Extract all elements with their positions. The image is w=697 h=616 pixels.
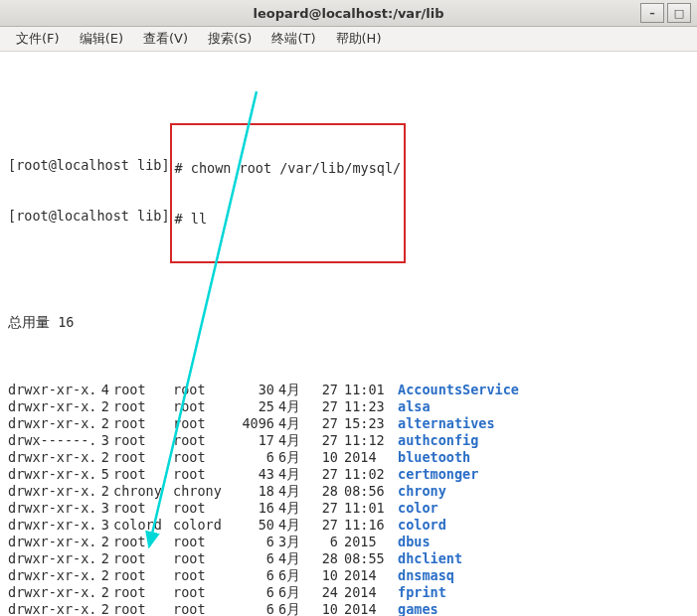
time: 11:01 bbox=[338, 500, 390, 517]
links: 2 bbox=[93, 584, 109, 601]
size: 6 bbox=[229, 584, 274, 601]
month: 4月 bbox=[274, 466, 312, 483]
perm: drwxr-xr-x. bbox=[8, 601, 93, 616]
maximize-button[interactable]: □ bbox=[667, 3, 691, 23]
fname-wrap: dhclient bbox=[390, 550, 462, 567]
perm: drwxr-xr-x. bbox=[8, 382, 93, 398]
terminal-output[interactable]: [root@localhost lib] [root@localhost lib… bbox=[0, 52, 697, 616]
perm: drwxr-xr-x. bbox=[8, 500, 93, 517]
day: 27 bbox=[312, 466, 338, 483]
owner: root bbox=[109, 415, 169, 432]
group: chrony bbox=[169, 483, 229, 500]
menu-terminal[interactable]: 终端(T) bbox=[261, 30, 325, 48]
perm: drwxr-xr-x. bbox=[8, 584, 93, 601]
menu-view[interactable]: 查看(V) bbox=[133, 30, 198, 48]
perm: drwxr-xr-x. bbox=[8, 466, 93, 483]
perm: drwxr-xr-x. bbox=[8, 534, 93, 550]
month: 4月 bbox=[274, 382, 312, 398]
fname-wrap: colord bbox=[390, 517, 446, 534]
list-row: drwxr-xr-x.2rootroot254月2711:23alsa bbox=[8, 398, 689, 415]
window-title: leopard@localhost:/var/lib bbox=[253, 6, 443, 21]
list-row: drwx------.3rootroot174月2711:12authconfi… bbox=[8, 432, 689, 449]
list-row: drwxr-xr-x.2chronychrony184月2808:56chron… bbox=[8, 483, 689, 500]
day: 10 bbox=[312, 449, 338, 466]
title-bar: leopard@localhost:/var/lib – □ bbox=[0, 0, 697, 27]
file-name: dbus bbox=[398, 534, 431, 549]
owner: root bbox=[109, 398, 169, 415]
menu-search[interactable]: 搜索(S) bbox=[198, 30, 261, 48]
file-name: color bbox=[398, 500, 438, 516]
links: 2 bbox=[93, 534, 109, 550]
perm: drwxr-xr-x. bbox=[8, 398, 93, 415]
group: root bbox=[169, 584, 229, 601]
group: root bbox=[169, 415, 229, 432]
fname-wrap: dnsmasq bbox=[390, 567, 454, 584]
file-name: dhclient bbox=[398, 550, 462, 566]
links: 2 bbox=[93, 415, 109, 432]
month: 6月 bbox=[274, 601, 312, 616]
time: 2014 bbox=[338, 584, 390, 601]
size: 6 bbox=[229, 550, 274, 567]
owner: root bbox=[109, 550, 169, 567]
group: root bbox=[169, 432, 229, 449]
day: 6 bbox=[312, 534, 338, 550]
month: 4月 bbox=[274, 415, 312, 432]
perm: drwxr-xr-x. bbox=[8, 567, 93, 584]
owner: root bbox=[109, 466, 169, 483]
file-name: alternatives bbox=[398, 415, 495, 431]
minimize-button[interactable]: – bbox=[640, 3, 664, 23]
group: root bbox=[169, 449, 229, 466]
file-name: games bbox=[398, 601, 438, 616]
day: 27 bbox=[312, 432, 338, 449]
time: 08:55 bbox=[338, 550, 390, 567]
file-name: chrony bbox=[398, 483, 446, 499]
day: 24 bbox=[312, 584, 338, 601]
fname-wrap: fprint bbox=[390, 584, 446, 601]
list-row: drwxr-xr-x.5rootroot434月2711:02certmonge… bbox=[8, 466, 689, 483]
size: 18 bbox=[229, 483, 274, 500]
month: 6月 bbox=[274, 449, 312, 466]
time: 11:02 bbox=[338, 466, 390, 483]
menu-help[interactable]: 帮助(H) bbox=[326, 30, 392, 48]
links: 3 bbox=[93, 517, 109, 534]
owner: root bbox=[109, 449, 169, 466]
size: 4096 bbox=[229, 415, 274, 432]
links: 2 bbox=[93, 567, 109, 584]
size: 25 bbox=[229, 398, 274, 415]
time: 2014 bbox=[338, 449, 390, 466]
list-row: drwxr-xr-x.2rootroot40964月2715:23alterna… bbox=[8, 415, 689, 432]
prompt-2: [root@localhost lib] bbox=[8, 208, 170, 224]
group: root bbox=[169, 567, 229, 584]
list-row: drwxr-xr-x.3colordcolord504月2711:16color… bbox=[8, 517, 689, 534]
command-highlight-box: # chown root /var/lib/mysql/ # ll bbox=[170, 123, 407, 263]
month: 4月 bbox=[274, 483, 312, 500]
links: 2 bbox=[93, 398, 109, 415]
day: 27 bbox=[312, 415, 338, 432]
time: 2014 bbox=[338, 567, 390, 584]
group: root bbox=[169, 550, 229, 567]
menu-file[interactable]: 文件(F) bbox=[6, 30, 70, 48]
owner: root bbox=[109, 432, 169, 449]
owner: root bbox=[109, 534, 169, 550]
fname-wrap: alternatives bbox=[390, 415, 495, 432]
window-buttons: – □ bbox=[637, 3, 691, 23]
links: 2 bbox=[93, 449, 109, 466]
file-name: certmonger bbox=[398, 466, 478, 482]
month: 3月 bbox=[274, 534, 312, 550]
directory-listing: drwxr-xr-x.4rootroot304月2711:01AccountsS… bbox=[8, 382, 689, 616]
prompt-1: [root@localhost lib] bbox=[8, 157, 170, 173]
time: 11:23 bbox=[338, 398, 390, 415]
month: 6月 bbox=[274, 567, 312, 584]
command-block: [root@localhost lib] [root@localhost lib… bbox=[8, 123, 689, 263]
size: 30 bbox=[229, 382, 274, 398]
menu-edit[interactable]: 编辑(E) bbox=[70, 30, 133, 48]
owner: root bbox=[109, 382, 169, 398]
size: 16 bbox=[229, 500, 274, 517]
time: 2015 bbox=[338, 534, 390, 550]
owner: root bbox=[109, 567, 169, 584]
time: 15:23 bbox=[338, 415, 390, 432]
day: 27 bbox=[312, 398, 338, 415]
cmd-chown: chown root /var/lib/mysql/ bbox=[191, 160, 401, 176]
month: 4月 bbox=[274, 500, 312, 517]
month: 4月 bbox=[274, 432, 312, 449]
